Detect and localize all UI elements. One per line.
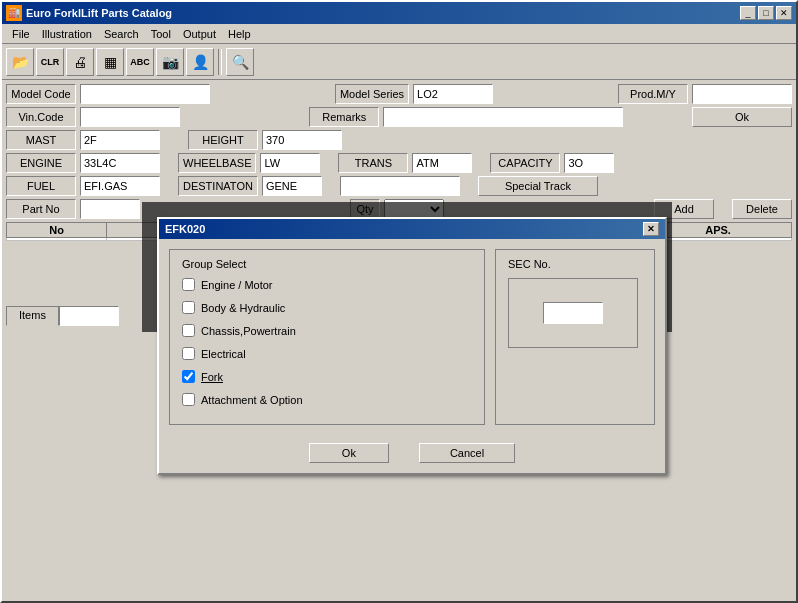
checkbox-row-chassis: Chassis,Powertrain [182,324,472,337]
modal-body: Group Select Engine / Motor Body & Hydra… [159,239,665,435]
label-electrical: Electrical [201,348,246,360]
label-engine: Engine / Motor [201,279,273,291]
modal-close-button[interactable]: ✕ [643,222,659,236]
checkbox-fork[interactable] [182,370,195,383]
checkbox-row-fork: Fork [182,370,472,383]
checkbox-row-engine: Engine / Motor [182,278,472,291]
checkbox-body[interactable] [182,301,195,314]
checkbox-attachment[interactable] [182,393,195,406]
dialog-cancel-button[interactable]: Cancel [419,443,515,463]
modal-overlay: EFK020 ✕ Group Select Engine / Motor Bod… [2,2,796,601]
sec-no-title: SEC No. [508,258,642,270]
label-chassis: Chassis,Powertrain [201,325,296,337]
checkbox-row-body: Body & Hydraulic [182,301,472,314]
label-attachment: Attachment & Option [201,394,303,406]
checkbox-row-attachment: Attachment & Option [182,393,472,406]
group-select-panel: Group Select Engine / Motor Body & Hydra… [169,249,485,425]
modal-buttons: Ok Cancel [159,435,665,473]
dialog-ok-button[interactable]: Ok [309,443,389,463]
group-select-title: Group Select [182,258,472,270]
checkbox-electrical[interactable] [182,347,195,360]
modal-title: EFK020 [165,223,205,235]
checkbox-chassis[interactable] [182,324,195,337]
modal-dialog: EFK020 ✕ Group Select Engine / Motor Bod… [157,217,667,475]
sec-no-input[interactable] [543,302,603,324]
app-window: 🏭 Euro ForklLift Parts Catalog _ □ ✕ Fil… [0,0,798,603]
sec-no-box [508,278,638,348]
sec-no-panel: SEC No. [495,249,655,425]
checkbox-row-electrical: Electrical [182,347,472,360]
label-body: Body & Hydraulic [201,302,285,314]
checkbox-engine[interactable] [182,278,195,291]
label-fork: Fork [201,371,223,383]
modal-title-bar: EFK020 ✕ [159,219,665,239]
